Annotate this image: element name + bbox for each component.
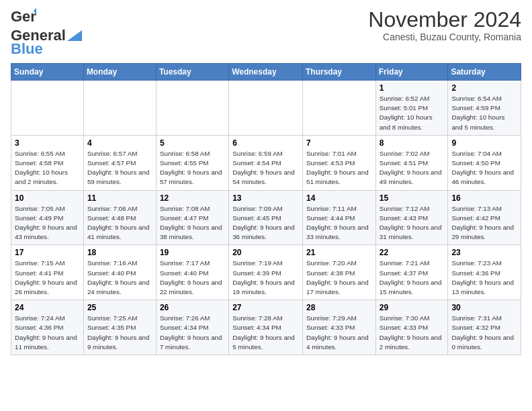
day-info: Sunrise: 6:58 AM Sunset: 4:55 PM Dayligh… [160,149,225,187]
day-number: 17 [15,248,80,257]
day-number: 12 [160,193,225,203]
day-number: 13 [232,193,299,203]
day-info: Sunrise: 7:13 AM Sunset: 4:42 PM Dayligh… [451,204,517,242]
day-number: 27 [232,303,299,312]
table-row: 12Sunrise: 7:08 AM Sunset: 4:47 PM Dayli… [156,190,228,245]
table-row: 8Sunrise: 7:02 AM Sunset: 4:51 PM Daylig… [375,135,448,190]
table-row: 28Sunrise: 7:29 AM Sunset: 4:33 PM Dayli… [303,300,376,355]
day-number: 7 [306,138,372,148]
day-info: Sunrise: 7:23 AM Sunset: 4:36 PM Dayligh… [451,259,517,297]
day-number: 16 [451,193,517,203]
day-number: 20 [232,248,299,257]
table-row: 19Sunrise: 7:17 AM Sunset: 4:40 PM Dayli… [156,245,228,300]
day-info: Sunrise: 7:19 AM Sunset: 4:39 PM Dayligh… [232,259,299,297]
day-info: Sunrise: 7:01 AM Sunset: 4:53 PM Dayligh… [306,149,372,187]
month-title: November 2024 [368,8,521,32]
day-number: 26 [160,303,225,312]
header-wednesday: Wednesday [229,64,303,81]
table-row [83,81,156,136]
svg-text:General: General [11,8,36,25]
table-row: 29Sunrise: 7:30 AM Sunset: 4:33 PM Dayli… [375,300,448,355]
day-info: Sunrise: 6:57 AM Sunset: 4:57 PM Dayligh… [87,149,152,187]
table-row: 5Sunrise: 6:58 AM Sunset: 4:55 PM Daylig… [156,135,228,190]
day-number: 24 [15,303,80,312]
day-number: 28 [306,303,372,312]
day-info: Sunrise: 6:59 AM Sunset: 4:54 PM Dayligh… [232,149,299,187]
table-row: 27Sunrise: 7:28 AM Sunset: 4:34 PM Dayli… [229,300,303,355]
header: General General Blue November 2024 Canes… [11,8,521,58]
header-thursday: Thursday [303,64,376,81]
day-info: Sunrise: 7:16 AM Sunset: 4:40 PM Dayligh… [87,259,152,297]
day-info: Sunrise: 7:05 AM Sunset: 4:49 PM Dayligh… [15,204,80,242]
table-row: 22Sunrise: 7:21 AM Sunset: 4:37 PM Dayli… [375,245,448,300]
table-row: 14Sunrise: 7:11 AM Sunset: 4:44 PM Dayli… [303,190,376,245]
day-info: Sunrise: 6:52 AM Sunset: 5:01 PM Dayligh… [380,94,445,132]
table-row: 17Sunrise: 7:15 AM Sunset: 4:41 PM Dayli… [11,245,84,300]
day-info: Sunrise: 7:08 AM Sunset: 4:47 PM Dayligh… [160,204,225,242]
day-number: 15 [380,193,445,203]
day-info: Sunrise: 7:11 AM Sunset: 4:44 PM Dayligh… [306,204,372,242]
day-info: Sunrise: 7:30 AM Sunset: 4:33 PM Dayligh… [380,314,445,352]
table-row: 23Sunrise: 7:23 AM Sunset: 4:36 PM Dayli… [448,245,521,300]
table-row: 9Sunrise: 7:04 AM Sunset: 4:50 PM Daylig… [448,135,521,190]
day-info: Sunrise: 7:04 AM Sunset: 4:50 PM Dayligh… [451,149,517,187]
day-info: Sunrise: 6:55 AM Sunset: 4:58 PM Dayligh… [15,149,80,187]
table-row: 24Sunrise: 7:24 AM Sunset: 4:36 PM Dayli… [11,300,84,355]
table-row [229,81,303,136]
logo-triangle-icon [67,30,82,41]
day-number: 8 [380,138,445,148]
table-row [11,81,84,136]
table-row [156,81,228,136]
day-info: Sunrise: 7:06 AM Sunset: 4:48 PM Dayligh… [87,204,152,242]
day-number: 3 [15,138,80,148]
day-info: Sunrise: 7:20 AM Sunset: 4:38 PM Dayligh… [306,259,372,297]
table-row [303,81,376,136]
day-number: 4 [87,138,152,148]
logo-blue: Blue [11,40,43,58]
table-row: 4Sunrise: 6:57 AM Sunset: 4:57 PM Daylig… [83,135,156,190]
page: General General Blue November 2024 Canes… [0,0,532,361]
table-row: 15Sunrise: 7:12 AM Sunset: 4:43 PM Dayli… [375,190,448,245]
day-number: 14 [306,193,372,203]
day-info: Sunrise: 7:12 AM Sunset: 4:43 PM Dayligh… [380,204,445,242]
table-row: 7Sunrise: 7:01 AM Sunset: 4:53 PM Daylig… [303,135,376,190]
day-number: 9 [451,138,517,148]
day-number: 1 [380,83,445,93]
day-number: 2 [451,83,517,93]
day-number: 18 [87,248,152,257]
day-number: 29 [380,303,445,312]
table-row: 30Sunrise: 7:31 AM Sunset: 4:32 PM Dayli… [448,300,521,355]
header-monday: Monday [83,64,156,81]
day-info: Sunrise: 7:28 AM Sunset: 4:34 PM Dayligh… [232,314,299,352]
day-number: 19 [160,248,225,257]
table-row: 11Sunrise: 7:06 AM Sunset: 4:48 PM Dayli… [83,190,156,245]
day-info: Sunrise: 7:31 AM Sunset: 4:32 PM Dayligh… [451,314,517,352]
day-info: Sunrise: 7:24 AM Sunset: 4:36 PM Dayligh… [15,314,80,352]
day-number: 21 [306,248,372,257]
day-number: 30 [451,303,517,312]
table-row: 3Sunrise: 6:55 AM Sunset: 4:58 PM Daylig… [11,135,84,190]
day-info: Sunrise: 7:15 AM Sunset: 4:41 PM Dayligh… [15,259,80,297]
calendar-header: Sunday Monday Tuesday Wednesday Thursday… [11,64,521,81]
table-row: 16Sunrise: 7:13 AM Sunset: 4:42 PM Dayli… [448,190,521,245]
table-row: 20Sunrise: 7:19 AM Sunset: 4:39 PM Dayli… [229,245,303,300]
svg-marker-2 [67,30,82,41]
title-block: November 2024 Canesti, Buzau County, Rom… [368,8,521,42]
calendar-table: Sunday Monday Tuesday Wednesday Thursday… [11,63,521,355]
table-row: 18Sunrise: 7:16 AM Sunset: 4:40 PM Dayli… [83,245,156,300]
subtitle: Canesti, Buzau County, Romania [368,32,521,42]
table-row: 25Sunrise: 7:25 AM Sunset: 4:35 PM Dayli… [83,300,156,355]
table-row: 1Sunrise: 6:52 AM Sunset: 5:01 PM Daylig… [375,81,448,136]
table-row: 6Sunrise: 6:59 AM Sunset: 4:54 PM Daylig… [229,135,303,190]
day-number: 23 [451,248,517,257]
calendar-body: 1Sunrise: 6:52 AM Sunset: 5:01 PM Daylig… [11,81,521,355]
header-sunday: Sunday [11,64,84,81]
day-info: Sunrise: 7:02 AM Sunset: 4:51 PM Dayligh… [380,149,445,187]
table-row: 10Sunrise: 7:05 AM Sunset: 4:49 PM Dayli… [11,190,84,245]
table-row: 2Sunrise: 6:54 AM Sunset: 4:59 PM Daylig… [448,81,521,136]
day-number: 11 [87,193,152,203]
day-info: Sunrise: 7:25 AM Sunset: 4:35 PM Dayligh… [87,314,152,352]
logo: General General Blue [11,8,82,58]
day-info: Sunrise: 7:21 AM Sunset: 4:37 PM Dayligh… [380,259,445,297]
day-info: Sunrise: 7:29 AM Sunset: 4:33 PM Dayligh… [306,314,372,352]
